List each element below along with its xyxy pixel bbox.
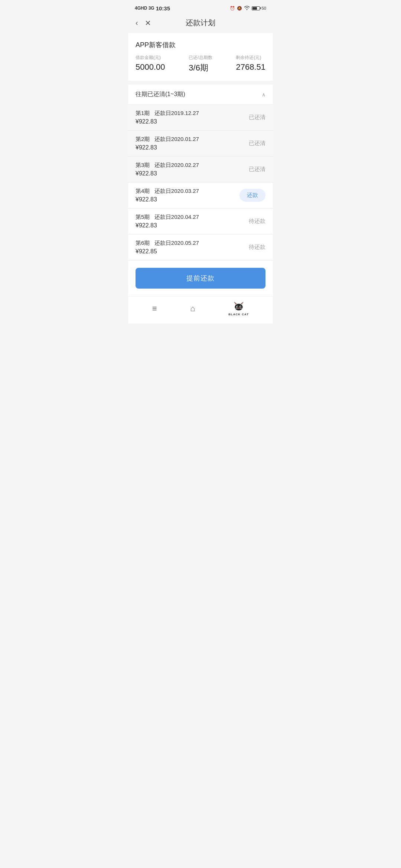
network-indicator: 4GHD 3G	[135, 6, 154, 11]
repayment-item-3-status: 已还清	[249, 166, 265, 173]
repayment-item-3-left: 第3期 还款日2020.02.27 ¥922.83	[136, 162, 199, 177]
loan-info-section: APP新客借款 借款金额(元) 5000.00 已还/总期数 3/6期 剩余待还…	[128, 33, 273, 81]
repayment-item-6-amount: ¥922.85	[136, 248, 199, 255]
status-icons: ⏰ 🔕 50	[230, 5, 266, 11]
time-display: 10:35	[156, 5, 170, 11]
nav-left-actions: ‹ ✕	[136, 19, 151, 27]
repayment-item-2: 第2期 还款日2020.01.27 ¥922.83 已还清	[128, 131, 273, 157]
blackcat-label: BLACK CAT	[228, 313, 249, 316]
repayment-item-1-amount: ¥922.83	[136, 118, 199, 125]
repayment-item-3-period: 第3期 还款日2020.02.27	[136, 162, 199, 169]
wifi-icon	[244, 5, 250, 11]
bottom-nav-home[interactable]: ⌂	[190, 304, 195, 313]
loan-period-value: 3/6期	[189, 62, 212, 73]
section-divider	[128, 81, 273, 85]
alarm-icon: ⏰	[230, 6, 235, 11]
repayment-item-3-amount: ¥922.83	[136, 170, 199, 177]
repayment-item-4-period: 第4期 还款日2020.03.27	[136, 188, 199, 195]
pay-now-button[interactable]: 还款	[239, 189, 265, 202]
notification-icon: 🔕	[237, 6, 242, 11]
close-button[interactable]: ✕	[145, 19, 151, 27]
current-repayment-items: 第4期 还款日2020.03.27 ¥922.83 还款 第5期 还款日2020…	[128, 183, 273, 260]
loan-amount-label: 借款金额(元)	[136, 55, 165, 61]
loan-remain-item: 剩余待还(元) 2768.51	[236, 55, 265, 73]
early-repayment-button[interactable]: 提前还款	[136, 268, 265, 289]
loan-name: APP新客借款	[136, 40, 265, 49]
loan-period-label: 已还/总期数	[189, 55, 212, 61]
repayment-item-2-period: 第2期 还款日2020.01.27	[136, 136, 199, 143]
menu-icon: ≡	[152, 304, 157, 313]
svg-point-7	[237, 306, 238, 308]
repayment-item-6-status: 待还款	[249, 244, 265, 251]
repayment-item-4-left: 第4期 还款日2020.03.27 ¥922.83	[136, 188, 199, 203]
loan-amount-item: 借款金额(元) 5000.00	[136, 55, 165, 73]
repayment-item-6-left: 第6期 还款日2020.05.27 ¥922.85	[136, 240, 199, 255]
home-icon: ⌂	[190, 304, 195, 313]
back-button[interactable]: ‹	[136, 19, 138, 27]
accordion-expand-icon: ∧	[262, 92, 265, 98]
svg-point-9	[238, 308, 239, 309]
repayment-item-4: 第4期 还款日2020.03.27 ¥922.83 还款	[128, 183, 273, 208]
repayment-item-4-amount: ¥922.83	[136, 196, 199, 203]
repayment-item-5-status: 待还款	[249, 218, 265, 225]
svg-point-8	[240, 306, 241, 308]
repayment-item-6-period: 第6期 还款日2020.05.27	[136, 240, 199, 247]
loan-period-item: 已还/总期数 3/6期	[189, 55, 212, 73]
bottom-nav: ≡ ⌂	[128, 296, 273, 323]
page-title: 还款计划	[186, 18, 215, 28]
repayment-item-1-period: 第1期 还款日2019.12.27	[136, 110, 199, 117]
blackcat-icon	[232, 301, 245, 312]
loan-amount-value: 5000.00	[136, 62, 165, 72]
repayment-item-5-period: 第5期 还款日2020.04.27	[136, 214, 199, 221]
repayment-item-1-status: 已还清	[249, 114, 265, 121]
repayment-item-6: 第6期 还款日2020.05.27 ¥922.85 待还款	[128, 234, 273, 260]
status-bar: 4GHD 3G 10:35 ⏰ 🔕 50	[128, 0, 273, 15]
repayment-item-5-left: 第5期 还款日2020.04.27 ¥922.83	[136, 214, 199, 229]
repayment-item-2-left: 第2期 还款日2020.01.27 ¥922.83	[136, 136, 199, 151]
battery-icon	[252, 6, 260, 10]
repayment-item-2-status: 已还清	[249, 140, 265, 147]
repayment-item-2-amount: ¥922.83	[136, 144, 199, 151]
repayment-item-5: 第5期 还款日2020.04.27 ¥922.83 待还款	[128, 208, 273, 234]
battery-level: 50	[262, 6, 266, 10]
status-network: 4GHD 3G 10:35	[135, 5, 170, 11]
bottom-nav-menu[interactable]: ≡	[152, 304, 157, 313]
repayment-item-1-left: 第1期 还款日2019.12.27 ¥922.83	[136, 110, 199, 125]
accordion-header[interactable]: 往期已还清(1~3期) ∧	[128, 85, 273, 105]
early-repayment-wrapper: 提前还款	[128, 260, 273, 292]
loan-remain-value: 2768.51	[236, 62, 265, 72]
past-repayment-items: 第1期 还款日2019.12.27 ¥922.83 已还清 第2期 还款日202…	[128, 105, 273, 183]
loan-stats: 借款金额(元) 5000.00 已还/总期数 3/6期 剩余待还(元) 2768…	[136, 55, 265, 73]
loan-remain-label: 剩余待还(元)	[236, 55, 265, 61]
svg-point-0	[235, 304, 243, 310]
accordion-title: 往期已还清(1~3期)	[136, 91, 185, 98]
repayment-item-1: 第1期 还款日2019.12.27 ¥922.83 已还清	[128, 105, 273, 131]
repayment-item-3: 第3期 还款日2020.02.27 ¥922.83 已还清	[128, 157, 273, 183]
nav-bar: ‹ ✕ 还款计划	[128, 15, 273, 33]
blackcat-logo-area[interactable]: BLACK CAT	[228, 301, 249, 316]
repayment-section: 往期已还清(1~3期) ∧ 第1期 还款日2019.12.27 ¥922.83 …	[128, 85, 273, 260]
repayment-item-5-amount: ¥922.83	[136, 222, 199, 229]
